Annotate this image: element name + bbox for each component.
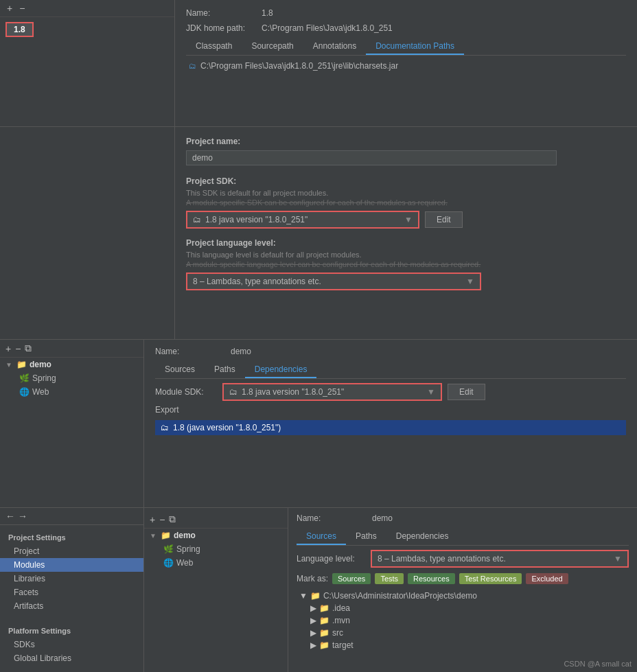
bottom-copy-button[interactable]: ⧉ (169, 513, 176, 525)
nav-artifacts[interactable]: Artifacts (0, 599, 143, 613)
nav-sdks[interactable]: SDKs (0, 638, 143, 651)
sdk-toolbar: + − (0, 0, 174, 17)
project-sdk-desc1: This SDK is default for all project modu… (186, 189, 626, 197)
sdk-panel: + − 1.8 Name: 1.8 JDK home path: C:\Prog… (0, 0, 637, 127)
remove-module-button[interactable]: − (15, 343, 21, 354)
nav-facets[interactable]: Facets (0, 586, 143, 599)
module-sdk-dropdown[interactable]: 🗂 1.8 java version "1.8.0_251" ▼ (222, 383, 442, 401)
module-tree-panel: + − ⧉ ▼ 📁 demo 🌿 Spring 🌐 Web (0, 340, 144, 507)
sdk-highlighted-value: 1.8 (java version "1.8.0_251") (173, 423, 281, 432)
project-sdk-row: 🗂 1.8 java version "1.8.0_251" ▼ Edit (186, 211, 626, 229)
forward-button[interactable]: → (18, 511, 27, 522)
nav-global-libraries[interactable]: Global Libraries (0, 651, 143, 665)
bottom-tree-web[interactable]: 🌐 Web (144, 556, 288, 570)
badge-test-resources[interactable]: Test Resources (459, 573, 522, 584)
jdk-home-row: JDK home path: C:\Program Files\Java\jdk… (186, 23, 626, 33)
badge-resources[interactable]: Resources (408, 573, 455, 584)
lang-level-desc2: A module specific language level can be … (186, 260, 626, 268)
lang-dropdown-arrow-icon: ▼ (466, 277, 474, 286)
project-name-label: Project name: (186, 137, 626, 146)
spring-icon: 🌿 (19, 373, 30, 383)
project-sdk-edit-button[interactable]: Edit (425, 211, 463, 228)
file-tree-mvn[interactable]: ▶ 📁 .mvn (297, 614, 629, 627)
module-tree-web[interactable]: 🌐 Web (0, 385, 143, 399)
bottom-module-tree: + − ⧉ ▼ 📁 demo 🌿 Spring 🌐 Web (144, 508, 288, 672)
module-tree-spring[interactable]: 🌿 Spring (0, 371, 143, 385)
tab-annotations[interactable]: Annotations (303, 38, 366, 55)
project-settings-section: Project Settings Project Modules Librari… (0, 525, 143, 618)
bottom-name-row: Name: demo (297, 513, 629, 523)
add-module-button[interactable]: + (5, 343, 11, 354)
folder-icon-idea: 📁 (319, 603, 329, 613)
lang-level-desc1: This language level is default for all p… (186, 251, 626, 259)
back-button[interactable]: ← (5, 511, 15, 522)
tab-classpath[interactable]: Classpath (186, 38, 242, 55)
module-upper-panel: + − ⧉ ▼ 📁 demo 🌿 Spring 🌐 Web Name: demo… (0, 340, 637, 508)
classpath-entry-value: C:\Program Files\Java\jdk1.8.0_251\jre\l… (200, 61, 398, 71)
sdk-tab-18[interactable]: 1.8 (5, 22, 34, 37)
project-name-input[interactable] (186, 150, 557, 165)
web-icon: 🌐 (19, 387, 30, 397)
nav-project[interactable]: Project (0, 544, 143, 558)
tab-dependencies-bottom[interactable]: Dependencies (386, 529, 459, 545)
bottom-remove-button[interactable]: − (159, 514, 165, 525)
tab-paths-bottom[interactable]: Paths (346, 529, 386, 545)
mark-as-label: Mark as: (297, 574, 328, 583)
project-lang-dropdown[interactable]: 8 – Lambdas, type annotations etc. ▼ (186, 273, 481, 290)
sdk-folder-icon: 🗂 (193, 215, 201, 224)
project-sdk-desc2: A module specific SDK can be configured … (186, 198, 626, 207)
tab-sources-bottom[interactable]: Sources (297, 529, 346, 545)
copy-module-button[interactable]: ⧉ (25, 343, 32, 354)
folder-icon-target: 📁 (319, 640, 329, 650)
bottom-tree-root[interactable]: ▼ 📁 demo (144, 529, 288, 542)
tab-sourcepath[interactable]: Sourcepath (242, 38, 303, 55)
bottom-name-value: demo (372, 513, 393, 523)
nav-modules[interactable]: Modules (0, 558, 143, 572)
bottom-spring-icon: 🌿 (163, 544, 174, 554)
file-idea-label: .idea (332, 603, 350, 613)
watermark: CSDN @A small cat (564, 660, 632, 668)
module-tree-spring-label: Spring (32, 373, 56, 383)
bottom-web-icon: 🌐 (163, 558, 174, 568)
project-sdk-value: 1.8 java version "1.8.0_251" (205, 215, 308, 224)
sdk-name-row: Name: 1.8 (186, 8, 626, 18)
lang-dropdown-container: 8 – Lambdas, type annotations etc. ▼ (186, 273, 626, 290)
module-sdk-edit-button[interactable]: Edit (448, 384, 485, 400)
remove-sdk-button[interactable]: − (18, 3, 26, 14)
folder-icon-root: 📁 (310, 591, 321, 601)
export-row: Export (155, 405, 626, 415)
file-expand-mvn: ▶ (310, 616, 316, 625)
bottom-lang-dropdown[interactable]: 8 – Lambdas, type annotations etc. ▼ (371, 550, 629, 568)
bottom-tree-spring[interactable]: 🌿 Spring (144, 542, 288, 556)
jdk-home-label: JDK home path: (186, 23, 262, 33)
module-tree-root[interactable]: ▼ 📁 demo (0, 358, 143, 371)
module-detail-upper: Name: demo Sources Paths Dependencies Mo… (144, 340, 637, 442)
sdk-item-18[interactable]: 1.8 (0, 20, 174, 39)
module-sdk-value: 1.8 java version "1.8.0_251" (242, 387, 344, 397)
file-tree-expand-icon: ▼ (299, 591, 308, 601)
navigation-row: ← → (0, 508, 143, 525)
jar-icon: 🗂 (189, 62, 196, 70)
badge-sources[interactable]: Sources (332, 573, 371, 584)
bottom-tree-expand-icon: ▼ (150, 532, 157, 540)
bottom-tabs: Sources Paths Dependencies (297, 529, 629, 546)
file-tree-target[interactable]: ▶ 📁 target (297, 639, 629, 651)
file-tree-idea[interactable]: ▶ 📁 .idea (297, 602, 629, 614)
badge-excluded[interactable]: Excluded (526, 573, 568, 584)
tab-paths-upper[interactable]: Paths (205, 362, 245, 378)
project-sdk-dropdown[interactable]: 🗂 1.8 java version "1.8.0_251" ▼ (186, 211, 419, 229)
add-sdk-button[interactable]: + (5, 3, 14, 14)
bottom-lang-arrow-icon: ▼ (614, 554, 622, 564)
nav-libraries[interactable]: Libraries (0, 572, 143, 586)
bottom-add-button[interactable]: + (150, 514, 155, 525)
sdk-highlighted-row[interactable]: 🗂 1.8 (java version "1.8.0_251") (155, 420, 626, 435)
platform-settings-header: Platform Settings (0, 624, 143, 638)
file-tree-root[interactable]: ▼ 📁 C:\Users\Administrator\IdeaProjects\… (297, 590, 629, 602)
module-name-row: Name: demo (155, 347, 626, 356)
badge-tests[interactable]: Tests (375, 573, 404, 584)
file-tree-src[interactable]: ▶ 📁 src (297, 627, 629, 639)
tab-sources-upper[interactable]: Sources (155, 362, 205, 378)
tab-documentation-paths[interactable]: Documentation Paths (366, 38, 464, 55)
tab-dependencies-upper[interactable]: Dependencies (245, 362, 317, 378)
bottom-tree-spring-label: Spring (176, 544, 200, 554)
